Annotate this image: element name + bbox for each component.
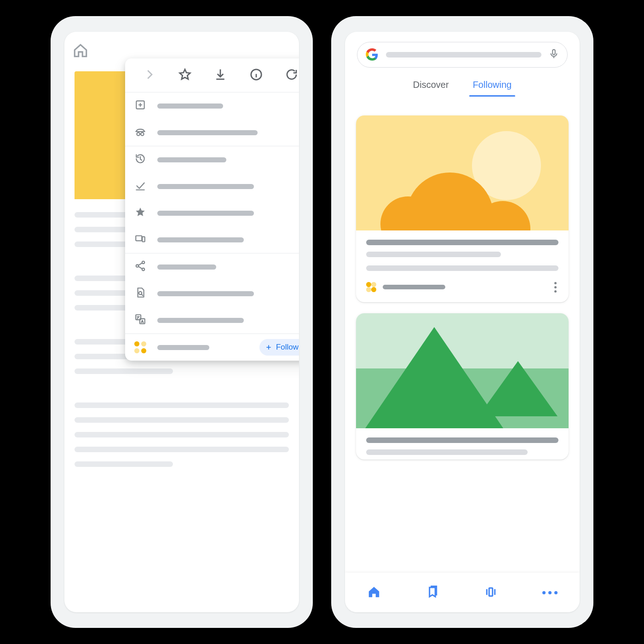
menu-item-recent-tabs[interactable] xyxy=(125,226,299,253)
history-icon xyxy=(134,153,146,167)
cloud-icon xyxy=(388,161,526,230)
new-tab-icon xyxy=(134,99,146,113)
reload-icon[interactable] xyxy=(285,68,299,83)
feed-list[interactable] xyxy=(345,109,580,573)
feed-card[interactable] xyxy=(356,115,569,302)
right-phone-screen: Discover Following xyxy=(345,32,580,612)
kebab-icon[interactable] xyxy=(548,280,562,294)
tabs-icon[interactable] xyxy=(484,585,498,601)
menu-item-new-tab[interactable] xyxy=(125,92,299,119)
menu-item-label xyxy=(157,291,254,296)
menu-toolbar xyxy=(125,58,299,92)
skeleton-line xyxy=(366,240,558,245)
skeleton-line xyxy=(75,368,173,374)
menu-section-tabs xyxy=(125,92,299,146)
hill-icon xyxy=(365,327,503,428)
skeleton-line xyxy=(366,437,558,443)
follow-button[interactable]: Follow xyxy=(259,339,299,356)
bookmark-icon[interactable] xyxy=(426,585,439,601)
right-phone-frame: Discover Following xyxy=(331,16,593,628)
download-icon[interactable] xyxy=(213,68,227,83)
recent-tabs-icon xyxy=(134,233,146,247)
publisher-dots-icon xyxy=(366,282,376,292)
find-in-page-icon xyxy=(134,287,146,300)
downloads-done-icon xyxy=(134,179,146,193)
svg-rect-12 xyxy=(552,50,555,55)
bookmarks-icon xyxy=(134,206,146,220)
publisher-name xyxy=(383,285,445,289)
left-phone-screen: Follow xyxy=(64,32,299,612)
svg-rect-5 xyxy=(142,237,144,242)
left-phone-frame: Follow xyxy=(51,16,313,628)
home-icon[interactable] xyxy=(73,43,88,60)
search-input[interactable] xyxy=(357,42,568,68)
menu-item-translate[interactable] xyxy=(125,307,299,334)
menu-item-incognito[interactable] xyxy=(125,119,299,146)
search-placeholder xyxy=(386,52,541,58)
feed-tabs: Discover Following xyxy=(345,71,580,97)
skeleton-line xyxy=(366,252,501,257)
bottom-nav xyxy=(345,573,580,612)
tab-discover[interactable]: Discover xyxy=(412,76,450,97)
card-body xyxy=(356,230,569,277)
skeleton-line xyxy=(366,265,558,271)
menu-item-label xyxy=(157,345,209,350)
plus-icon xyxy=(265,344,272,351)
menu-item-share[interactable] xyxy=(125,253,299,280)
publisher-dots-icon xyxy=(134,341,146,353)
menu-item-label xyxy=(157,104,223,109)
menu-section-page xyxy=(125,253,299,334)
forward-icon xyxy=(143,68,156,83)
skeleton-line xyxy=(75,447,289,452)
menu-item-follow-site[interactable]: Follow xyxy=(125,334,299,361)
skeleton-line xyxy=(366,449,528,455)
card-footer xyxy=(356,277,569,302)
menu-item-history[interactable] xyxy=(125,146,299,173)
menu-item-label xyxy=(157,157,226,162)
tab-following[interactable]: Following xyxy=(472,76,512,97)
skeleton-line xyxy=(75,402,289,408)
menu-item-label xyxy=(157,264,216,270)
menu-item-label xyxy=(157,130,258,135)
svg-rect-4 xyxy=(136,236,142,241)
home-solid-icon[interactable] xyxy=(367,585,381,601)
skeleton-line xyxy=(75,417,289,423)
search-area xyxy=(345,32,580,71)
incognito-icon xyxy=(134,126,146,139)
card-image-suncloud xyxy=(356,115,569,230)
mic-icon[interactable] xyxy=(549,47,559,62)
share-icon xyxy=(134,260,146,274)
google-logo-icon xyxy=(366,48,379,61)
skeleton-line xyxy=(75,432,289,437)
overflow-menu: Follow xyxy=(125,58,299,361)
menu-item-label xyxy=(157,184,254,189)
info-icon[interactable] xyxy=(249,68,263,83)
menu-item-bookmarks[interactable] xyxy=(125,200,299,226)
menu-item-find-in-page[interactable] xyxy=(125,280,299,307)
menu-item-downloads[interactable] xyxy=(125,173,299,200)
card-image-hills xyxy=(356,313,569,428)
menu-section-library xyxy=(125,146,299,253)
star-icon[interactable] xyxy=(178,68,192,83)
card-body xyxy=(356,428,569,460)
menu-item-label xyxy=(157,318,244,323)
more-icon[interactable] xyxy=(542,591,558,594)
menu-section-follow: Follow xyxy=(125,334,299,361)
feed-card[interactable] xyxy=(356,313,569,460)
svg-rect-13 xyxy=(489,588,493,596)
translate-icon xyxy=(134,313,146,327)
menu-item-label xyxy=(157,211,254,216)
skeleton-line xyxy=(75,461,173,467)
follow-button-label: Follow xyxy=(276,343,299,352)
menu-item-label xyxy=(157,237,244,242)
